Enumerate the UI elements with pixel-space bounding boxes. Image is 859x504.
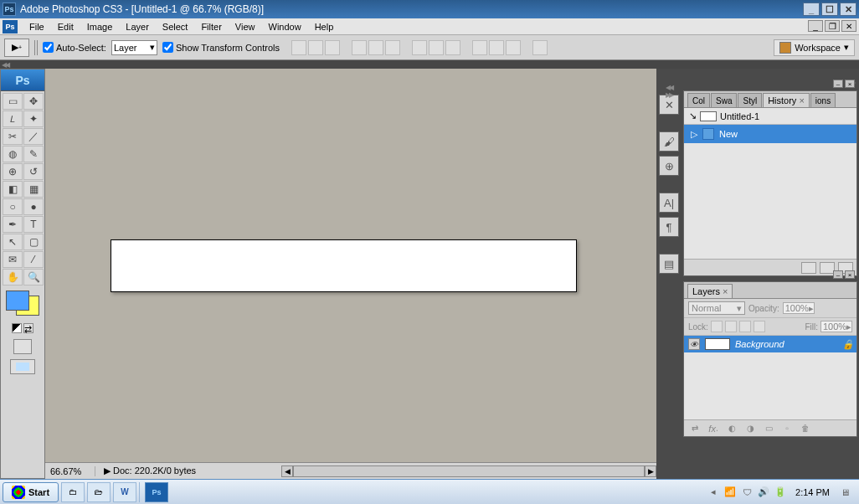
- shape-tool-icon[interactable]: ▢: [23, 234, 44, 250]
- doc-restore-button[interactable]: ❐: [825, 20, 840, 32]
- toolbox-header-icon[interactable]: Ps: [1, 69, 44, 91]
- delete-layer-icon[interactable]: 🗑: [798, 423, 813, 435]
- align-bottom-icon[interactable]: [325, 40, 340, 55]
- lock-transparency-icon[interactable]: [711, 321, 723, 332]
- history-item[interactable]: ▷ New: [684, 125, 856, 143]
- dodge-tool-icon[interactable]: ●: [23, 198, 44, 215]
- dock-character-icon[interactable]: A|: [659, 193, 679, 213]
- marquee-tool-icon[interactable]: ▭: [3, 93, 23, 110]
- default-colors-icon[interactable]: [12, 323, 22, 333]
- menu-image[interactable]: Image: [80, 20, 120, 33]
- fx-icon[interactable]: fx.: [706, 423, 721, 435]
- crop-tool-icon[interactable]: ✂: [3, 128, 23, 145]
- group-icon[interactable]: ▭: [761, 423, 776, 435]
- new-layer-icon[interactable]: ▫: [779, 423, 795, 435]
- lasso-tool-icon[interactable]: 𝘓: [3, 111, 23, 127]
- dock-brushes-icon[interactable]: 🖌: [659, 131, 679, 152]
- tray-volume-icon[interactable]: 🔊: [757, 486, 770, 499]
- wand-tool-icon[interactable]: ✦: [23, 111, 44, 127]
- scroll-track[interactable]: [293, 465, 645, 477]
- minimize-button[interactable]: _: [803, 3, 820, 16]
- lock-all-icon[interactable]: [754, 321, 765, 332]
- pen-tool-icon[interactable]: ✒: [3, 216, 23, 233]
- visibility-eye-icon[interactable]: 👁: [688, 338, 700, 350]
- blend-mode-dropdown[interactable]: Normal▾: [688, 301, 745, 315]
- panel-minimize-button[interactable]: –: [833, 270, 843, 279]
- panel-minimize-button[interactable]: –: [833, 80, 843, 88]
- tray-expand-icon[interactable]: ◂: [707, 486, 720, 499]
- h-scrollbar[interactable]: ◀ ▶: [281, 465, 656, 477]
- standard-mode-icon[interactable]: [13, 339, 32, 354]
- screenmode-icon[interactable]: [10, 359, 35, 374]
- document-canvas[interactable]: [111, 239, 577, 292]
- dist-left-icon[interactable]: [472, 40, 487, 55]
- tab-actions[interactable]: ions: [810, 93, 836, 107]
- panel-close-button[interactable]: ×: [845, 80, 855, 88]
- auto-align-icon[interactable]: [532, 40, 548, 55]
- align-left-icon[interactable]: [352, 40, 367, 55]
- options-grip-icon[interactable]: [34, 40, 38, 55]
- tab-layers[interactable]: Layers×: [687, 284, 733, 298]
- history-brush-tool-icon[interactable]: ↺: [23, 163, 44, 180]
- dist-right-icon[interactable]: [506, 40, 521, 55]
- move-tool-icon[interactable]: ✥: [23, 93, 44, 110]
- path-tool-icon[interactable]: ↖: [3, 234, 23, 250]
- workspace-dropdown[interactable]: Workspace ▾: [774, 39, 855, 56]
- menu-file[interactable]: File: [23, 20, 51, 33]
- menu-filter[interactable]: Filter: [194, 20, 228, 33]
- adjustment-icon[interactable]: ◑: [743, 423, 758, 435]
- hand-tool-icon[interactable]: ✋: [3, 269, 23, 285]
- dock-clone-icon[interactable]: ⊕: [659, 156, 679, 176]
- tab-styles[interactable]: Styl: [738, 93, 762, 107]
- dist-vcenter-icon[interactable]: [429, 40, 444, 55]
- zoom-tool-icon[interactable]: 🔍: [23, 269, 44, 285]
- menu-help[interactable]: Help: [308, 20, 341, 33]
- taskbar-explorer-icon[interactable]: 🗀: [61, 482, 85, 502]
- scroll-left-icon[interactable]: ◀: [281, 465, 293, 477]
- tray-battery-icon[interactable]: 🔋: [774, 486, 787, 499]
- panel-close-button[interactable]: ×: [845, 270, 855, 279]
- menu-layer[interactable]: Layer: [119, 20, 156, 33]
- align-right-icon[interactable]: [385, 40, 400, 55]
- eyedropper-tool-icon[interactable]: ⁄: [23, 251, 44, 268]
- expand-chevron-icon[interactable]: ◀◀ ▶▶: [664, 84, 674, 90]
- foreground-color-swatch[interactable]: [6, 291, 29, 311]
- active-tool-icon[interactable]: ▶+: [4, 39, 29, 57]
- eraser-tool-icon[interactable]: ◧: [3, 181, 23, 198]
- maximize-button[interactable]: ☐: [821, 3, 838, 16]
- tray-clock[interactable]: 2:14 PM: [790, 487, 835, 497]
- align-vcenter-icon[interactable]: [308, 40, 323, 55]
- canvas-area[interactable]: 66.67% ▶ Doc: 220.2K/0 bytes ◀ ▶: [45, 69, 656, 479]
- lock-position-icon[interactable]: [739, 321, 751, 332]
- close-tab-icon[interactable]: ×: [723, 286, 728, 296]
- history-snapshot-row[interactable]: ↘ Untitled-1: [684, 108, 856, 125]
- blur-tool-icon[interactable]: ○: [3, 198, 23, 215]
- scroll-right-icon[interactable]: ▶: [645, 465, 656, 477]
- opacity-field[interactable]: 100%▸: [783, 302, 815, 314]
- mask-icon[interactable]: ◐: [724, 423, 739, 435]
- lock-pixels-icon[interactable]: [725, 321, 737, 332]
- dist-bottom-icon[interactable]: [445, 40, 460, 55]
- close-button[interactable]: ✕: [840, 3, 856, 16]
- slice-tool-icon[interactable]: ／: [23, 128, 44, 145]
- layer-name[interactable]: Background: [735, 339, 784, 349]
- align-hcenter-icon[interactable]: [368, 40, 383, 55]
- link-layers-icon[interactable]: ⇄: [687, 423, 702, 435]
- taskbar-photoshop-icon[interactable]: Ps: [145, 482, 168, 502]
- tray-desktop-icon[interactable]: 🖥: [838, 486, 851, 499]
- dist-top-icon[interactable]: [412, 40, 427, 55]
- auto-select-checkbox[interactable]: Auto-Select:: [43, 42, 106, 53]
- layer-row[interactable]: 👁 Background 🔒: [684, 336, 856, 352]
- stamp-tool-icon[interactable]: ⊕: [3, 163, 23, 180]
- taskbar-word-icon[interactable]: W: [113, 482, 136, 502]
- menu-select[interactable]: Select: [156, 20, 195, 33]
- taskbar-folder-icon[interactable]: 🗁: [87, 482, 111, 502]
- brush-tool-icon[interactable]: ✎: [23, 146, 44, 162]
- doc-minimize-button[interactable]: _: [808, 20, 823, 32]
- auto-select-dropdown[interactable]: Layer▾: [111, 40, 157, 55]
- new-doc-from-state-icon[interactable]: [801, 262, 816, 274]
- dist-hcenter-icon[interactable]: [489, 40, 504, 55]
- zoom-level[interactable]: 66.67%: [45, 466, 95, 476]
- start-button[interactable]: Start: [3, 482, 59, 502]
- collapse-chevron-icon[interactable]: ◀◀: [0, 61, 10, 68]
